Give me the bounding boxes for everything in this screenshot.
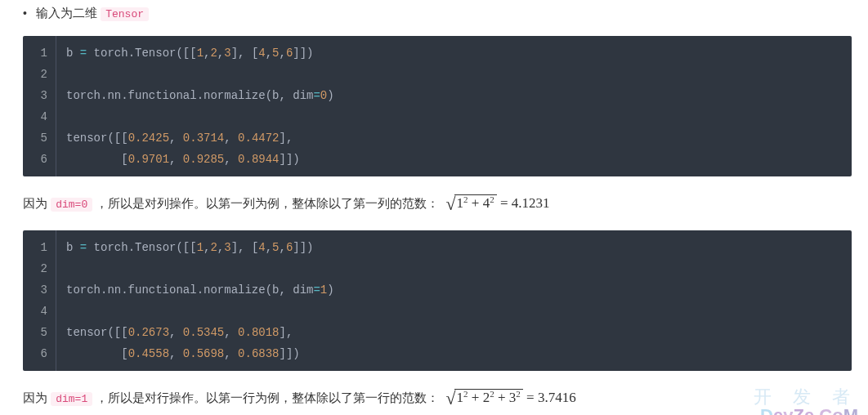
- math-formula-dim0: √12 + 42 = 4.1231: [443, 195, 550, 211]
- bullet-2d-tensor: 输入为二维 Tensor: [23, 3, 852, 25]
- math-formula-dim1: √12 + 22 + 32 = 3.7416: [443, 390, 576, 405]
- inline-code-dim0: dim=0: [51, 198, 92, 212]
- para2-mid: ，所以是对行操作。以第一行为例，整体除以了第一行的范数：: [96, 390, 439, 404]
- inline-code-tensor: Tensor: [101, 7, 149, 21]
- code-lines: b = torch.Tensor([[1,2,3], [4,5,6]]) tor…: [56, 36, 852, 176]
- inline-code-dim1: dim=1: [51, 392, 92, 406]
- para1-mid: ，所以是对列操作。以第一列为例，整体除以了第一列的范数：: [96, 196, 439, 210]
- line-numbers: 123456: [23, 230, 56, 371]
- explanation-dim1: 因为 dim=1 ，所以是对行操作。以第一行为例，整体除以了第一行的范数： √1…: [23, 387, 852, 410]
- line-numbers: 123456: [23, 36, 56, 176]
- code-lines: b = torch.Tensor([[1,2,3], [4,5,6]]) tor…: [56, 230, 852, 371]
- bullet-prefix: 输入为二维: [36, 6, 97, 20]
- explanation-dim0: 因为 dim=0 ，所以是对列操作。以第一列为例，整体除以了第一列的范数： √1…: [23, 193, 852, 216]
- para2-prefix: 因为: [23, 390, 51, 404]
- code-block-dim1: 123456 b = torch.Tensor([[1,2,3], [4,5,6…: [23, 230, 852, 371]
- code-block-dim0: 123456 b = torch.Tensor([[1,2,3], [4,5,6…: [23, 36, 852, 176]
- para1-prefix: 因为: [23, 196, 51, 210]
